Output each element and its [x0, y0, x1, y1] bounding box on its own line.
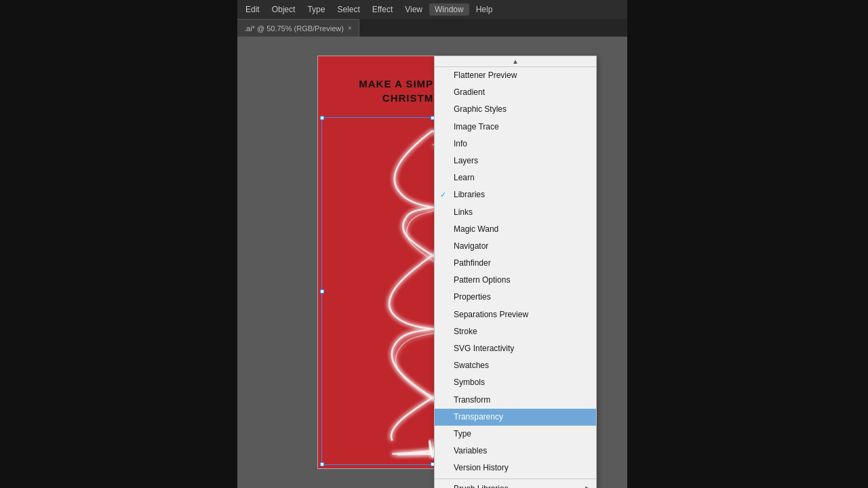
menu-item-learn[interactable]: Learn — [435, 169, 596, 186]
menu-item-label: Separations Preview — [454, 308, 528, 321]
menu-item-layers[interactable]: Layers — [435, 152, 596, 169]
menu-divider — [435, 479, 596, 479]
menu-item-separations-preview[interactable]: Separations Preview — [435, 306, 596, 323]
menu-item-graphic-styles[interactable]: Graphic Styles — [435, 101, 596, 118]
menu-item-label: Flattener Preview — [454, 69, 517, 82]
menu-item-label: Magic Wand — [454, 223, 498, 236]
menu-item-label: Variables — [454, 445, 487, 458]
app-window: Edit Object Type Select Effect View Wind… — [237, 0, 627, 488]
submenu-arrow-icon: ▶ — [585, 483, 591, 488]
menu-item-libraries[interactable]: ✓ Libraries — [435, 186, 596, 203]
menu-item-transform[interactable]: Transform — [435, 392, 596, 409]
menu-object[interactable]: Object — [267, 3, 301, 16]
dropdown-scroll-up[interactable]: ▲ — [435, 56, 596, 67]
menu-item-label: Gradient — [454, 86, 485, 99]
menu-item-label: Layers — [454, 155, 478, 167]
menu-item-label: Libraries — [454, 188, 485, 201]
tab-bar: .ai* @ 50.75% (RGB/Preview) × — [237, 19, 627, 37]
menu-item-label: Version History — [454, 462, 509, 474]
menu-item-label: Learn — [454, 171, 475, 184]
tab-label: .ai* @ 50.75% (RGB/Preview) — [244, 24, 344, 33]
window-dropdown-menu: ▲ Flattener Preview Gradient Graphic Sty… — [434, 56, 597, 488]
menu-view[interactable]: View — [399, 3, 428, 16]
menu-item-symbols[interactable]: Symbols — [435, 374, 596, 391]
handle-bottom-left[interactable] — [320, 462, 324, 466]
menu-item-label: SVG Interactivity — [454, 342, 514, 355]
menu-item-label: Stroke — [454, 325, 477, 338]
menu-item-pathfinder[interactable]: Pathfinder — [435, 255, 596, 272]
menu-window[interactable]: Window — [429, 3, 469, 16]
menu-item-label: Transform — [454, 394, 490, 407]
menu-type[interactable]: Type — [302, 3, 330, 16]
left-panel — [0, 0, 237, 488]
menu-item-svg-interactivity[interactable]: SVG Interactivity — [435, 340, 596, 357]
menu-select[interactable]: Select — [332, 3, 365, 16]
menu-item-type[interactable]: Type — [435, 426, 596, 443]
handle-middle-left[interactable] — [320, 289, 324, 293]
menu-item-label: Pathfinder — [454, 257, 491, 270]
menu-item-links[interactable]: Links — [435, 204, 596, 221]
menu-item-variables[interactable]: Variables — [435, 443, 596, 460]
menu-edit[interactable]: Edit — [240, 3, 265, 16]
tab-close-button[interactable]: × — [348, 24, 352, 32]
menu-bar-items: Edit Object Type Select Effect View Wind… — [240, 3, 498, 16]
menu-item-pattern-options[interactable]: Pattern Options — [435, 272, 596, 289]
menu-item-navigator[interactable]: Navigator — [435, 238, 596, 255]
menu-item-stroke[interactable]: Stroke — [435, 323, 596, 340]
menu-item-label: Navigator — [454, 240, 488, 253]
menu-item-magic-wand[interactable]: Magic Wand — [435, 221, 596, 238]
menu-item-label: Links — [454, 206, 473, 219]
menu-effect[interactable]: Effect — [367, 3, 398, 16]
document-tab[interactable]: .ai* @ 50.75% (RGB/Preview) × — [237, 19, 359, 37]
menu-item-label: Info — [454, 138, 467, 150]
menu-item-gradient[interactable]: Gradient — [435, 84, 596, 101]
menu-item-label: Graphic Styles — [454, 103, 507, 116]
menu-item-flattener-preview[interactable]: Flattener Preview — [435, 67, 596, 84]
menu-item-label: Brush Libraries — [454, 483, 509, 489]
menu-item-label: Image Trace — [454, 121, 499, 134]
menu-item-label: Transparency — [454, 411, 503, 424]
menu-bar: Edit Object Type Select Effect View Wind… — [237, 0, 627, 19]
menu-item-label: Properties — [454, 291, 491, 304]
menu-item-swatches[interactable]: Swatches — [435, 357, 596, 374]
checkmark-icon: ✓ — [440, 189, 446, 201]
menu-help[interactable]: Help — [471, 3, 498, 16]
menu-item-label: Swatches — [454, 359, 489, 372]
menu-item-transparency[interactable]: Transparency — [435, 409, 596, 426]
menu-item-label: Pattern Options — [454, 274, 510, 287]
menu-item-label: Symbols — [454, 376, 485, 389]
menu-item-label: Type — [454, 428, 471, 441]
menu-item-brush-libraries[interactable]: Brush Libraries ▶ — [435, 481, 596, 489]
menu-item-version-history[interactable]: Version History — [435, 460, 596, 476]
menu-item-info[interactable]: Info — [435, 136, 596, 152]
right-panel — [627, 0, 868, 488]
handle-top-left[interactable] — [320, 116, 324, 120]
canvas-area: MAKE A SIMPLE GLOWING CHRISTMAS TREE — [237, 37, 627, 488]
menu-item-properties[interactable]: Properties — [435, 289, 596, 306]
menu-item-image-trace[interactable]: Image Trace — [435, 119, 596, 136]
